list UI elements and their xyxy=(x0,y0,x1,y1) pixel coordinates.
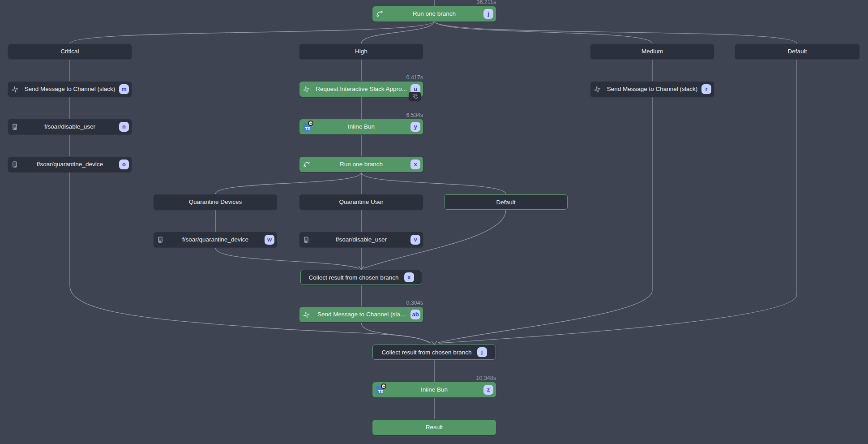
edge xyxy=(361,21,434,43)
node-label: Send Message to Channel (slack) xyxy=(590,82,714,97)
node-collect-result-main[interactable]: Collect result from chosen branch j xyxy=(372,345,496,360)
branch-icon xyxy=(303,157,310,172)
timing-label: 10.348s xyxy=(476,375,496,381)
branch-header-medium[interactable]: Medium xyxy=(590,44,714,59)
node-label: Inline Bun xyxy=(372,382,496,397)
node-label: Result xyxy=(372,420,496,435)
branch-label: Quarantine Devices xyxy=(154,194,277,210)
suspend-approval-chip xyxy=(409,92,421,101)
flow-edges xyxy=(0,0,868,444)
edge xyxy=(361,323,430,343)
flow-graph-canvas[interactable]: 36.211s 0.417s 6.534s 0.304s 10.348s Run… xyxy=(0,0,868,444)
branch-header-default[interactable]: Default xyxy=(735,44,859,59)
branch-icon xyxy=(376,6,383,22)
branch-header-quarantine-devices[interactable]: Quarantine Devices xyxy=(154,194,277,210)
node-badge: ab xyxy=(410,310,420,319)
edge xyxy=(361,172,506,194)
branch-label: Critical xyxy=(8,44,132,59)
workspace-script-icon xyxy=(157,232,163,247)
node-badge: o xyxy=(119,159,129,169)
slack-icon xyxy=(303,307,310,322)
node-badge: x xyxy=(404,272,414,282)
node-run-one-branch[interactable]: Run one branch j xyxy=(372,6,496,22)
node-label: Inline Bun xyxy=(299,119,423,134)
node-send-message-medium[interactable]: Send Message to Channel (slack) r xyxy=(590,82,714,97)
node-label: Send Message to Channel (sla... xyxy=(299,307,423,322)
workspace-script-icon xyxy=(12,157,18,172)
node-quarantine-device-sub[interactable]: f/soar/quarantine_device w xyxy=(154,232,277,247)
branch-label: High xyxy=(299,44,423,59)
branch-label: Quarantine User xyxy=(299,194,423,210)
node-inline-bun-high[interactable]: TS Inline Bun y xyxy=(299,119,423,134)
node-badge: z xyxy=(483,385,493,395)
edge xyxy=(70,21,434,43)
phone-incoming-icon xyxy=(412,94,418,99)
node-badge: x xyxy=(410,159,420,169)
timing-label: 6.534s xyxy=(406,112,423,118)
branch-label: Default xyxy=(735,44,859,59)
node-run-one-branch-high[interactable]: Run one branch x xyxy=(299,157,423,172)
bun-icon xyxy=(308,121,313,126)
slack-icon xyxy=(12,82,18,97)
typescript-bun-icon: TS xyxy=(303,119,316,134)
edge xyxy=(438,97,652,343)
arrowhead xyxy=(432,341,437,345)
node-disable-user-critical[interactable]: f/soar/disable_user n xyxy=(8,119,132,134)
node-send-message-critical[interactable]: Send Message to Channel (slack) m xyxy=(8,82,132,97)
node-label: Send Message to Channel (slack) xyxy=(8,82,132,97)
node-label: f/soar/disable_user xyxy=(8,119,132,134)
node-label: f/soar/quarantine_device xyxy=(8,157,132,172)
edge xyxy=(215,248,359,268)
bun-icon xyxy=(381,384,386,389)
timing-label: 0.304s xyxy=(406,300,423,306)
node-label: f/soar/disable_user xyxy=(299,232,423,247)
branch-label: Medium xyxy=(590,44,714,59)
node-label: Run one branch xyxy=(372,6,496,22)
node-quarantine-device-critical[interactable]: f/soar/quarantine_device o xyxy=(8,157,132,172)
typescript-bun-icon: TS xyxy=(376,382,389,397)
node-badge: w xyxy=(265,235,274,245)
node-label: Collect result from chosen branch xyxy=(381,349,471,356)
branch-header-critical[interactable]: Critical xyxy=(8,44,132,59)
branch-label: Default xyxy=(445,195,567,209)
slack-icon xyxy=(303,82,310,97)
branch-header-high[interactable]: High xyxy=(299,44,423,59)
node-collect-result-inner[interactable]: Collect result from chosen branch x xyxy=(300,270,422,285)
node-badge: y xyxy=(410,122,420,132)
slack-icon xyxy=(594,82,601,97)
node-send-message-high[interactable]: Send Message to Channel (sla... ab xyxy=(299,307,423,322)
node-badge: j xyxy=(477,347,487,357)
node-badge: j xyxy=(483,9,493,19)
workspace-script-icon xyxy=(12,119,18,134)
timing-label: 0.417s xyxy=(406,74,423,81)
node-inline-bun-final[interactable]: TS Inline Bun z xyxy=(372,382,496,397)
node-request-slack-approval[interactable]: Request Interactive Slack Appro... u xyxy=(299,82,423,97)
node-result[interactable]: Result xyxy=(372,420,496,435)
node-label: f/soar/quarantine_device xyxy=(154,232,277,247)
node-badge: n xyxy=(119,122,129,132)
node-label: Run one branch xyxy=(299,157,423,172)
workspace-script-icon xyxy=(303,232,309,247)
node-disable-user-sub[interactable]: f/soar/disable_user v xyxy=(299,232,423,247)
branch-header-quarantine-user[interactable]: Quarantine User xyxy=(299,194,423,210)
node-badge: v xyxy=(410,235,420,245)
branch-header-default-selected[interactable]: Default xyxy=(444,194,568,210)
node-label: Request Interactive Slack Appro... xyxy=(299,82,423,97)
node-badge: r xyxy=(701,84,711,94)
edge xyxy=(215,172,361,194)
edge xyxy=(434,21,797,43)
timing-label: 36.211s xyxy=(476,0,496,5)
node-label: Collect result from chosen branch xyxy=(308,274,398,281)
node-badge: m xyxy=(119,84,129,94)
